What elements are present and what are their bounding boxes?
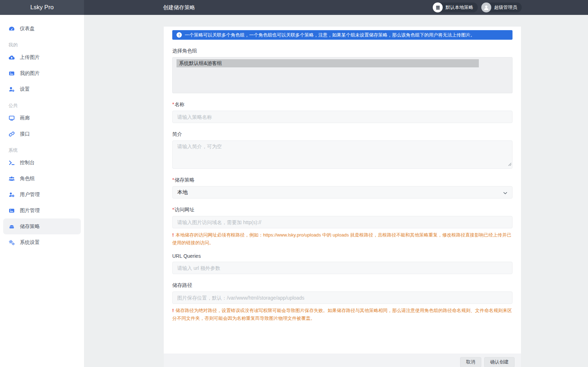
name-input[interactable] xyxy=(172,111,513,123)
role-group-label: 选择角色组 xyxy=(172,48,513,54)
sidebar-item-image-management[interactable]: 图片管理 xyxy=(0,202,84,218)
terminal-icon xyxy=(9,160,15,166)
sidebar-item-dashboard[interactable]: 仪表盘 xyxy=(0,21,84,37)
cloud-upload-icon xyxy=(9,54,15,61)
sidebar-item-system-settings[interactable]: 系统设置 xyxy=(0,234,84,250)
sidebar-section-system: 系统 xyxy=(0,146,84,155)
sidebar-section-public: 公共 xyxy=(0,101,84,110)
storage-path-label: 储存路径 xyxy=(172,282,513,289)
required-marker: * xyxy=(172,207,174,212)
sidebar-item-upload[interactable]: 上传图片 xyxy=(0,49,84,65)
sidebar-item-label: 角色组 xyxy=(20,176,35,182)
storage-driver-label: *储存策略 xyxy=(172,177,513,183)
images-icon xyxy=(9,207,15,214)
storage-driver-select[interactable]: 本地 xyxy=(172,186,513,199)
server-stack-icon xyxy=(433,2,443,12)
sidebar-item-label: 接口 xyxy=(20,131,30,137)
access-url-warning: !本地储存的访问网址必须有根路径，例如：https://www.lsky.pro… xyxy=(172,231,513,247)
sidebar-item-api[interactable]: 接口 xyxy=(0,126,84,142)
sidebar-item-label: 仪表盘 xyxy=(20,26,35,32)
sidebar-item-gallery[interactable]: 画廊 xyxy=(0,110,84,126)
sidebar-item-label: 画廊 xyxy=(20,115,30,121)
storage-driver-value: 本地 xyxy=(177,189,188,196)
dashboard-icon xyxy=(9,26,15,32)
gears-icon xyxy=(9,239,15,246)
info-icon: ! xyxy=(177,32,182,38)
link-icon xyxy=(9,131,15,137)
sidebar-item-label: 图片管理 xyxy=(20,207,40,214)
intro-label: 简介 xyxy=(172,131,513,138)
warning-marker: ! xyxy=(172,308,174,313)
sidebar-item-storage-policy[interactable]: 储存策略 xyxy=(3,218,81,234)
user-gear-icon xyxy=(9,86,15,93)
sidebar: 仪表盘 我的 上传图片 我的图片 设置 公共 画廊 接口 系统 xyxy=(0,15,84,367)
monitor-icon xyxy=(9,115,15,121)
main-content: ! 一个策略可以关联多个角色组，一个角色组也可以关联多个策略，注意，如果某个组未… xyxy=(84,15,588,367)
sidebar-item-user-management[interactable]: 用户管理 xyxy=(0,187,84,202)
sidebar-item-label: 用户管理 xyxy=(20,191,40,198)
avatar xyxy=(481,2,491,12)
storage-icon xyxy=(9,223,15,230)
user-badge-label: 超级管理员 xyxy=(494,4,517,11)
role-group-multiselect[interactable]: 系统默认组&游客组 xyxy=(172,57,513,93)
images-icon xyxy=(9,70,15,77)
create-policy-card: ! 一个策略可以关联多个角色组，一个角色组也可以关联多个策略，注意，如果某个组未… xyxy=(164,27,521,354)
storage-path-warning: !储存路径为绝对路径，设置错误或没有读写权限可能会导致图片保存失败。如果储存路径… xyxy=(172,307,513,322)
info-alert: ! 一个策略可以关联多个角色组，一个角色组也可以关联多个策略，注意，如果某个组未… xyxy=(172,30,513,40)
sidebar-item-settings[interactable]: 设置 xyxy=(0,81,84,97)
url-queries-input[interactable] xyxy=(172,262,513,274)
intro-textarea-wrap xyxy=(172,140,513,169)
user-menu-badge[interactable]: 超级管理员 xyxy=(481,2,522,12)
confirm-create-button[interactable]: 确认创建 xyxy=(484,357,515,367)
storage-path-input[interactable] xyxy=(172,291,513,304)
cancel-button[interactable]: 取消 xyxy=(460,357,481,367)
sidebar-item-label: 储存策略 xyxy=(20,223,40,230)
sidebar-item-label: 设置 xyxy=(20,86,30,93)
users-gear-icon xyxy=(9,191,15,198)
topbar-right: 默认本地策略 超级管理员 xyxy=(433,2,522,12)
sidebar-item-label: 上传图片 xyxy=(20,54,40,61)
sidebar-item-console[interactable]: 控制台 xyxy=(0,155,84,171)
alert-text: 一个策略可以关联多个角色组，一个角色组也可以关联多个策略，注意，如果某个组未设置… xyxy=(185,32,475,38)
required-marker: * xyxy=(172,177,174,183)
sidebar-item-label: 我的图片 xyxy=(20,70,40,77)
sidebar-item-my-images[interactable]: 我的图片 xyxy=(0,65,84,81)
resize-handle[interactable] xyxy=(508,161,511,167)
role-group-option-selected[interactable]: 系统默认组&游客组 xyxy=(177,59,479,67)
current-policy-badge[interactable]: 默认本地策略 xyxy=(433,2,478,12)
policy-badge-label: 默认本地策略 xyxy=(446,4,473,11)
url-queries-label: URL Queries xyxy=(172,253,513,259)
warning-marker: ! xyxy=(172,232,174,238)
access-url-input[interactable] xyxy=(172,216,513,228)
users-icon xyxy=(9,176,15,182)
brand-logo: Lsky Pro xyxy=(0,0,84,15)
form-footer: 取消 确认创建 xyxy=(164,354,521,367)
required-marker: * xyxy=(172,101,174,107)
name-label: *名称 xyxy=(172,101,513,108)
sidebar-section-mine: 我的 xyxy=(0,41,84,49)
sidebar-item-label: 系统设置 xyxy=(20,239,40,246)
intro-textarea[interactable] xyxy=(172,140,513,169)
sidebar-item-label: 控制台 xyxy=(20,160,35,166)
page-title: 创建储存策略 xyxy=(163,0,195,15)
access-url-label: *访问网址 xyxy=(172,207,513,213)
chevron-down-icon xyxy=(503,190,508,196)
topbar: Lsky Pro 创建储存策略 默认本地策略 超级管理员 xyxy=(0,0,588,15)
sidebar-item-role-groups[interactable]: 角色组 xyxy=(0,171,84,187)
